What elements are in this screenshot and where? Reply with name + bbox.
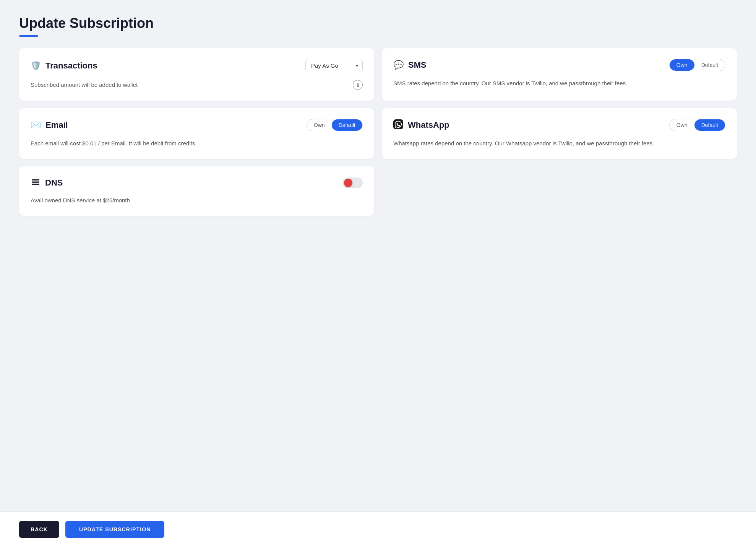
dns-title-group: DNS [31, 177, 63, 188]
dns-card-header: DNS [31, 177, 363, 188]
email-icon: ✉️ [31, 121, 41, 129]
transactions-description: Subscribed amount will be added to walle… [31, 80, 138, 90]
email-card: ✉️ Email Own Default Each email will cos… [19, 108, 374, 159]
svg-point-4 [38, 179, 39, 181]
dns-toggle-slider [343, 177, 363, 188]
whatsapp-icon [393, 119, 403, 131]
transactions-title-group: 🛡️ Transactions [31, 61, 97, 71]
whatsapp-card: WhatsApp Own Default Whatsapp rates depe… [382, 108, 737, 159]
sms-card: 💬 SMS Own Default SMS rates depend on th… [382, 48, 737, 101]
whatsapp-title-group: WhatsApp [393, 119, 449, 131]
email-title: Email [45, 120, 68, 130]
whatsapp-own-button[interactable]: Own [670, 119, 694, 131]
update-subscription-button[interactable]: UPDATE SUBSCRIPTION [65, 521, 164, 538]
dns-title: DNS [45, 178, 63, 188]
sms-title: SMS [408, 60, 427, 70]
transactions-dropdown[interactable]: Pay As Go Monthly Annual [305, 59, 363, 72]
svg-point-6 [38, 184, 39, 185]
sms-title-group: 💬 SMS [393, 60, 427, 70]
email-default-button[interactable]: Default [332, 119, 362, 131]
dns-description: Avail owned DNS service at $25/month [31, 196, 363, 205]
dns-icon [31, 177, 41, 188]
dns-card: DNS Avail owned DNS service at $25/month [19, 166, 374, 216]
title-underline [19, 35, 38, 37]
sms-default-button[interactable]: Default [694, 59, 725, 71]
back-button[interactable]: BACK [19, 521, 59, 538]
whatsapp-card-header: WhatsApp Own Default [393, 119, 725, 131]
sms-description: SMS rates depend on the country. Our SMS… [393, 79, 725, 88]
transactions-card: 🛡️ Transactions Pay As Go Monthly Annual… [19, 48, 374, 101]
svg-point-5 [38, 182, 39, 183]
email-own-button[interactable]: Own [307, 119, 332, 131]
dns-toggle-switch[interactable] [343, 177, 363, 188]
sms-own-button[interactable]: Own [670, 59, 694, 71]
sms-card-header: 💬 SMS Own Default [393, 59, 725, 71]
sms-toggle-group: Own Default [669, 59, 725, 71]
email-title-group: ✉️ Email [31, 120, 68, 130]
transactions-info-icon[interactable]: ℹ [353, 80, 363, 90]
email-card-header: ✉️ Email Own Default [31, 119, 363, 131]
transactions-icon: 🛡️ [31, 62, 41, 70]
sms-icon: 💬 [393, 61, 404, 69]
transactions-plan-selector[interactable]: Pay As Go Monthly Annual ▾ [305, 59, 363, 72]
footer-bar: BACK UPDATE SUBSCRIPTION [0, 511, 756, 547]
whatsapp-description: Whatsapp rates depend on the country. Ou… [393, 139, 725, 148]
email-description: Each email will cost $0.01 / per Email. … [31, 139, 363, 148]
email-toggle-group: Own Default [307, 119, 363, 131]
transactions-title: Transactions [45, 61, 97, 71]
dns-card-row: DNS Avail owned DNS service at $25/month [19, 166, 737, 216]
whatsapp-title: WhatsApp [408, 120, 449, 130]
whatsapp-default-button[interactable]: Default [694, 119, 725, 131]
transactions-card-header: 🛡️ Transactions Pay As Go Monthly Annual… [31, 59, 363, 72]
page-title: Update Subscription [19, 15, 737, 31]
whatsapp-toggle-group: Own Default [669, 119, 725, 131]
cards-grid: 🛡️ Transactions Pay As Go Monthly Annual… [19, 48, 737, 159]
